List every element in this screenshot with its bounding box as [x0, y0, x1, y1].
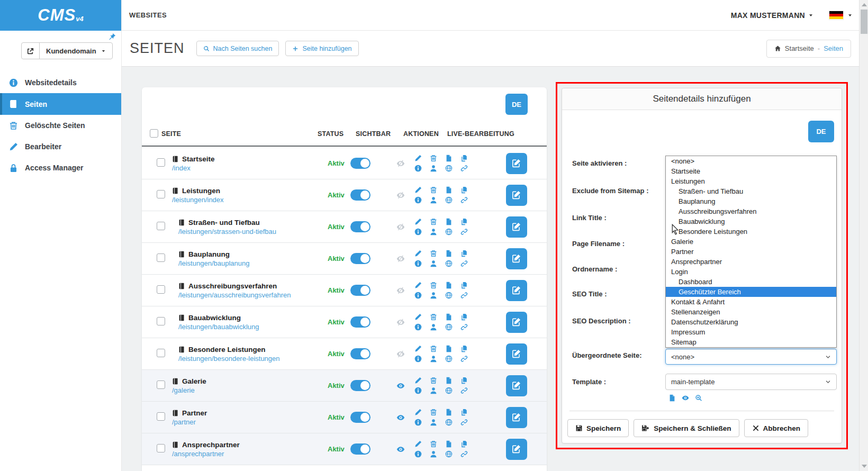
file-icon[interactable] — [445, 345, 453, 352]
link-icon[interactable] — [460, 165, 468, 172]
eye-icon[interactable] — [396, 413, 405, 422]
info-icon[interactable] — [414, 196, 422, 204]
file-icon[interactable] — [445, 282, 453, 289]
dropdown-option[interactable]: Besondere Leistungen — [666, 227, 836, 237]
copy-icon[interactable] — [460, 377, 468, 384]
file-icon[interactable] — [445, 377, 453, 384]
delete-icon[interactable] — [430, 377, 437, 384]
status-toggle[interactable] — [350, 285, 370, 296]
live-edit-button[interactable] — [506, 216, 527, 238]
globe-icon[interactable] — [445, 260, 453, 267]
globe-icon[interactable] — [445, 419, 453, 426]
eye-slash-icon[interactable] — [396, 191, 405, 200]
info-icon[interactable] — [414, 260, 422, 267]
live-edit-button[interactable] — [506, 280, 527, 301]
edit-icon[interactable] — [414, 186, 422, 194]
link-icon[interactable] — [460, 228, 468, 236]
globe-icon[interactable] — [445, 355, 453, 363]
link-icon[interactable] — [460, 355, 468, 363]
copy-icon[interactable] — [460, 345, 468, 352]
globe-icon[interactable] — [445, 450, 453, 458]
page-path-link[interactable]: /partner — [172, 418, 328, 426]
globe-icon[interactable] — [445, 292, 453, 299]
select-all-checkbox[interactable] — [150, 129, 158, 138]
person-icon[interactable] — [430, 387, 437, 394]
edit-icon[interactable] — [414, 345, 422, 352]
domain-selector[interactable]: Kundendomain — [21, 42, 113, 59]
person-icon[interactable] — [430, 260, 437, 267]
person-icon[interactable] — [430, 228, 437, 236]
person-icon[interactable] — [430, 323, 437, 331]
sidebar-item-websitedetails[interactable]: Websitedetails — [0, 72, 121, 93]
status-toggle[interactable] — [350, 443, 370, 455]
row-checkbox[interactable] — [157, 285, 165, 294]
row-checkbox[interactable] — [157, 317, 165, 325]
status-toggle[interactable] — [350, 189, 370, 201]
copy-icon[interactable] — [460, 282, 468, 289]
info-icon[interactable] — [414, 165, 422, 172]
edit-icon[interactable] — [414, 313, 422, 321]
link-icon[interactable] — [460, 260, 468, 267]
search-pages-button[interactable]: Nach Seiten suchen — [196, 41, 279, 56]
live-edit-button[interactable] — [506, 153, 527, 174]
edit-icon[interactable] — [414, 377, 422, 384]
dropdown-option[interactable]: Dashboard — [666, 277, 836, 287]
page-path-link[interactable]: /index — [172, 164, 328, 172]
info-icon[interactable] — [414, 323, 422, 331]
edit-icon[interactable] — [414, 155, 422, 162]
copy-icon[interactable] — [460, 250, 468, 257]
file-icon[interactable] — [668, 394, 676, 402]
person-icon[interactable] — [430, 292, 437, 299]
row-checkbox[interactable] — [157, 158, 165, 167]
row-checkbox[interactable] — [157, 222, 165, 230]
dropdown-option[interactable]: Galerie — [666, 237, 836, 247]
domain-dropdown[interactable]: Kundendomain — [40, 43, 112, 59]
row-checkbox[interactable] — [157, 349, 165, 357]
file-icon[interactable] — [445, 155, 453, 162]
globe-icon[interactable] — [445, 387, 453, 394]
copy-icon[interactable] — [460, 313, 468, 321]
dropdown-option[interactable]: Kontakt & Anfahrt — [666, 297, 836, 307]
edit-icon[interactable] — [414, 218, 422, 225]
open-domain-button[interactable] — [22, 43, 40, 59]
dropdown-option[interactable]: Ansprechpartner — [666, 257, 836, 267]
row-checkbox[interactable] — [157, 190, 165, 198]
zoom-icon[interactable] — [695, 394, 702, 402]
link-icon[interactable] — [460, 323, 468, 331]
page-path-link[interactable]: /leistungen/index — [172, 196, 328, 204]
info-icon[interactable] — [414, 387, 422, 394]
status-toggle[interactable] — [350, 221, 370, 232]
sidebar-item-access-manager[interactable]: Access Manager — [0, 157, 121, 178]
person-icon[interactable] — [430, 450, 437, 458]
row-checkbox[interactable] — [157, 444, 165, 452]
dropdown-option[interactable]: Bauabwicklung — [666, 216, 836, 227]
status-toggle[interactable] — [350, 158, 370, 169]
eye-slash-icon[interactable] — [396, 350, 405, 358]
dropdown-option[interactable]: Login — [666, 267, 836, 277]
delete-icon[interactable] — [430, 218, 437, 225]
delete-icon[interactable] — [430, 409, 437, 416]
info-icon[interactable] — [414, 450, 422, 458]
info-icon[interactable] — [414, 228, 422, 236]
breadcrumb-home[interactable]: Startseite — [785, 44, 814, 52]
link-icon[interactable] — [460, 292, 468, 299]
edit-icon[interactable] — [414, 250, 422, 257]
save-button[interactable]: Speichern — [567, 419, 629, 437]
eye-slash-icon[interactable] — [396, 255, 405, 263]
dropdown-option[interactable]: Sitemap — [666, 337, 836, 347]
live-edit-button[interactable] — [506, 407, 527, 428]
status-toggle[interactable] — [350, 348, 370, 359]
copy-icon[interactable] — [460, 155, 468, 162]
row-checkbox[interactable] — [157, 381, 165, 389]
file-icon[interactable] — [445, 440, 453, 448]
page-path-link[interactable]: /leistungen/bauplanung — [178, 259, 328, 267]
globe-icon[interactable] — [445, 196, 453, 204]
page-path-link[interactable]: /leistungen/ausschreibungsverfahren — [178, 291, 328, 299]
eye-slash-icon[interactable] — [396, 286, 405, 295]
status-toggle[interactable] — [350, 412, 370, 423]
edit-icon[interactable] — [414, 440, 422, 448]
dropdown-option[interactable]: Datenschutzerklärung — [666, 317, 836, 327]
add-page-button[interactable]: Seite hinzufügen — [285, 41, 358, 56]
dropdown-option[interactable]: <none> — [666, 156, 836, 166]
file-icon[interactable] — [445, 409, 453, 416]
